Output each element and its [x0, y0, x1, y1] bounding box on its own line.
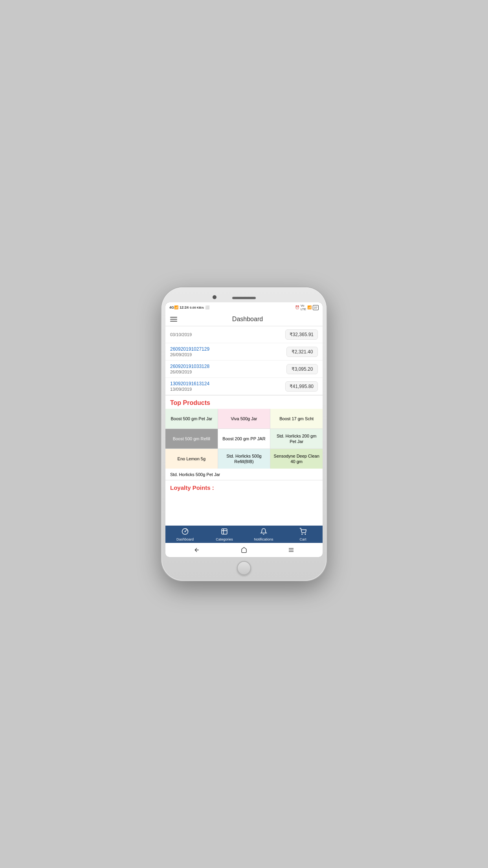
hamburger-line-1 [170, 317, 177, 318]
nav-item-dashboard[interactable]: Dashboard [175, 528, 195, 541]
order-id[interactable]: 130920191613124 [170, 381, 209, 386]
products-grid: Boost 500 gm Pet Jar Viva 500g Jar Boost… [165, 409, 323, 469]
order-info: 260920191033128 26/09/2019 [170, 364, 209, 374]
svg-point-3 [302, 534, 303, 535]
recents-button[interactable] [287, 546, 295, 554]
order-id[interactable]: 260920191027129 [170, 346, 209, 352]
product-cell[interactable]: Viva 500g Jar [218, 409, 270, 428]
hamburger-line-3 [170, 321, 177, 322]
order-date: 26/09/2019 [170, 352, 209, 357]
product-cell[interactable]: Sensodyne Deep Clean 40 gm [270, 449, 323, 469]
order-amount: ₹32,365.91 [285, 329, 318, 340]
order-date: 13/09/2019 [170, 387, 209, 392]
battery-indicator: 37 [313, 305, 319, 310]
product-name: Boost 500 gm Refill [173, 436, 210, 441]
page-title: Dashboard [177, 316, 318, 323]
back-button[interactable] [193, 546, 201, 554]
categories-label: Categories [216, 537, 233, 541]
front-camera [213, 295, 216, 299]
app-screen: 4G📶 12:24 0.00 KB/s ⬜ ⏰ VoLTE 📶 37 [165, 302, 323, 557]
order-amount: ₹41,995.80 [285, 381, 318, 392]
product-name: Std. Horlicks 500g Refill(BIB) [220, 453, 268, 465]
categories-icon [221, 528, 228, 537]
table-row[interactable]: 130920191613124 13/09/2019 ₹41,995.80 [165, 378, 323, 395]
section-header: Top Products [165, 395, 323, 409]
product-cell-last[interactable]: Std. Horlicks 500g Pet Jar [165, 469, 323, 480]
order-id[interactable]: 260920191033128 [170, 364, 209, 369]
product-name: Std. Horlicks 200 gm Pet Jar [273, 433, 320, 445]
status-right: ⏰ VoLTE 📶 37 [295, 304, 319, 311]
product-name: Sensodyne Deep Clean 40 gm [273, 453, 320, 465]
screen-icon: ⬜ [205, 305, 209, 309]
notifications-icon [260, 528, 267, 537]
top-products-section: Top Products Boost 500 gm Pet Jar Viva 5… [165, 395, 323, 480]
phone-screen: 4G📶 12:24 0.00 KB/s ⬜ ⏰ VoLTE 📶 37 [165, 302, 323, 557]
app-header: Dashboard [165, 313, 323, 326]
order-info: 03/10/2019 [170, 332, 192, 337]
phone-frame: 4G📶 12:24 0.00 KB/s ⬜ ⏰ VoLTE 📶 37 [161, 287, 327, 581]
loyalty-section: Loyalty Points : [165, 480, 323, 495]
top-products-title: Top Products [170, 399, 210, 406]
product-name: Boost 200 gm PP JAR [222, 436, 265, 441]
wifi-icon: 📶 [307, 305, 312, 309]
table-row[interactable]: 03/10/2019 ₹32,365.91 [165, 326, 323, 343]
order-info: 260920191027129 26/09/2019 [170, 346, 209, 357]
content-area[interactable]: 03/10/2019 ₹32,365.91 260920191027129 26… [165, 326, 323, 526]
product-cell[interactable]: Boost 500 gm Pet Jar [165, 409, 218, 428]
table-row[interactable]: 260920191027129 26/09/2019 ₹2,321.40 [165, 343, 323, 360]
product-cell[interactable]: Boost 200 gm PP JAR [218, 429, 270, 449]
order-info: 130920191613124 13/09/2019 [170, 381, 209, 392]
phone-home-area [237, 559, 251, 577]
status-left: 4G📶 12:24 0.00 KB/s ⬜ [169, 305, 209, 309]
cart-label: Cart [299, 537, 306, 541]
product-name: Eno Lemon 5g [178, 456, 206, 462]
order-amount: ₹3,095.20 [286, 364, 318, 374]
product-cell[interactable]: Boost 17 gm Scht [270, 409, 323, 428]
loyalty-title: Loyalty Points : [170, 484, 214, 491]
product-cell[interactable]: Std. Horlicks 200 gm Pet Jar [270, 429, 323, 449]
product-cell[interactable]: Eno Lemon 5g [165, 449, 218, 469]
lte-indicator: VoLTE [301, 304, 306, 311]
notifications-label: Notifications [254, 537, 273, 541]
home-physical-button[interactable] [237, 561, 251, 575]
product-cell[interactable]: Std. Horlicks 500g Refill(BIB) [218, 449, 270, 469]
hamburger-line-2 [170, 319, 177, 320]
svg-point-4 [305, 534, 306, 535]
time: 12:24 [180, 305, 189, 309]
cart-icon [299, 528, 306, 537]
order-amount: ₹2,321.40 [286, 347, 318, 357]
home-button[interactable] [240, 546, 248, 554]
alarm-icon: ⏰ [295, 305, 299, 309]
dashboard-label: Dashboard [176, 537, 194, 541]
menu-button[interactable] [170, 317, 177, 322]
order-date: 26/09/2019 [170, 370, 209, 374]
speaker [232, 297, 256, 299]
svg-line-2 [185, 530, 187, 532]
order-date: 03/10/2019 [170, 332, 192, 337]
product-name: Boost 500 gm Pet Jar [171, 416, 212, 421]
data-speed: 0.00 KB/s [190, 306, 204, 309]
nav-item-notifications[interactable]: Notifications [254, 528, 273, 541]
phone-notch [165, 291, 323, 301]
product-name: Boost 17 gm Scht [279, 416, 314, 421]
orders-list: 03/10/2019 ₹32,365.91 260920191027129 26… [165, 326, 323, 395]
product-name: Std. Horlicks 500g Pet Jar [170, 472, 220, 477]
nav-item-categories[interactable]: Categories [215, 528, 234, 541]
battery-level: 37 [314, 306, 317, 309]
status-bar: 4G📶 12:24 0.00 KB/s ⬜ ⏰ VoLTE 📶 37 [165, 302, 323, 313]
product-cell[interactable]: Boost 500 gm Refill [165, 429, 218, 449]
bottom-nav: Dashboard Categories [165, 526, 323, 543]
nav-item-cart[interactable]: Cart [293, 528, 313, 541]
product-name: Viva 500g Jar [231, 416, 257, 421]
system-nav-bar [165, 543, 323, 557]
table-row[interactable]: 260920191033128 26/09/2019 ₹3,095.20 [165, 360, 323, 378]
signal-icon: 4G📶 [169, 305, 178, 309]
dashboard-icon [182, 528, 189, 537]
